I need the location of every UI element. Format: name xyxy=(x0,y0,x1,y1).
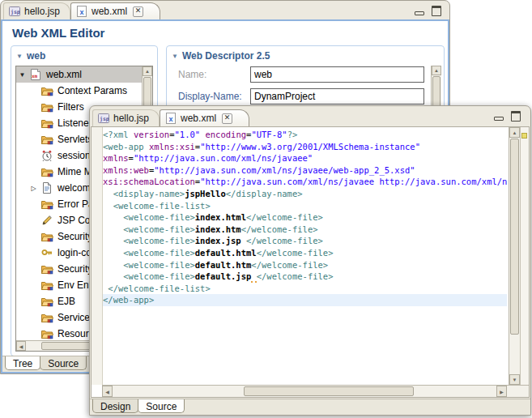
scroll-left-icon[interactable]: ◀ xyxy=(102,386,113,397)
name-label: Name: xyxy=(178,69,206,80)
page-tab-source[interactable]: Source xyxy=(138,399,185,413)
screen: jsp hello.jsp x web.xml ✕ Web XML Editor… xyxy=(0,0,532,418)
folder-icon xyxy=(40,230,53,243)
minimize-icon[interactable] xyxy=(415,11,424,15)
xml-file-icon: x xyxy=(164,112,177,125)
name-field[interactable] xyxy=(250,66,424,83)
editor-tabbar: jsp hello.jsp x web.xml ✕ xyxy=(90,106,530,126)
close-icon[interactable]: ✕ xyxy=(222,113,232,124)
tab-label: web.xml xyxy=(92,6,127,17)
display-name-field[interactable] xyxy=(250,88,424,104)
jsp-file-icon: jsp xyxy=(97,112,110,125)
tab-label: hello.jsp xyxy=(113,113,149,124)
code-line[interactable]: <welcome-file-list> xyxy=(103,200,507,212)
scrollbar-corner xyxy=(507,385,529,397)
page-icon xyxy=(40,181,53,194)
editor-tabbar: jsp hello.jsp x web.xml ✕ xyxy=(1,1,449,19)
svg-text:jsp: jsp xyxy=(11,9,20,15)
code-line[interactable]: xmlns="http://java.sun.com/xml/ns/javaee… xyxy=(103,152,507,164)
tree-item[interactable]: Context Params xyxy=(16,83,142,99)
scrollbar-thumb[interactable] xyxy=(244,386,414,396)
minimize-icon[interactable] xyxy=(494,117,504,121)
tree-item-label: EJB xyxy=(56,296,77,307)
xml-file-icon: x xyxy=(75,5,88,18)
page-tab-design[interactable]: Design xyxy=(92,399,138,413)
scroll-up-icon[interactable]: ▲ xyxy=(509,127,520,138)
xml-doc-icon: xm xyxy=(29,68,42,81)
jsp-file-icon: jsp xyxy=(8,5,21,18)
code-line[interactable]: <display-name>jspHello</display-name> xyxy=(103,188,507,200)
web-section-header: ▼ web xyxy=(11,46,157,64)
folder-icon xyxy=(40,165,53,178)
tree-item-label: web.xml xyxy=(45,69,83,80)
folder-icon xyxy=(40,84,53,97)
view-controls xyxy=(494,111,521,122)
tab-label: web.xml xyxy=(181,113,216,124)
scroll-left-icon[interactable]: ◀ xyxy=(16,341,26,351)
scrollbar-thumb[interactable] xyxy=(510,139,519,335)
code-line[interactable]: <welcome-file>index.htm</welcome-file> xyxy=(103,224,507,236)
svg-text:xm: xm xyxy=(32,73,38,79)
maximize-icon[interactable] xyxy=(432,6,441,16)
tree-item-label: Filters xyxy=(56,101,86,113)
scroll-up-icon[interactable]: ▲ xyxy=(432,66,441,75)
svg-text:x: x xyxy=(80,8,84,16)
svg-text:jsp: jsp xyxy=(100,116,109,122)
section-title: web xyxy=(27,50,45,62)
xml-source-code[interactable]: <?xml version="1.0" encoding="UTF-8"?><w… xyxy=(103,127,507,385)
folder-icon xyxy=(40,262,53,275)
view-controls xyxy=(415,6,441,16)
descriptor-section-header: ▼ Web Descriptor 2.5 xyxy=(167,46,444,64)
chevron-down-icon[interactable]: ▼ xyxy=(172,53,178,60)
code-line[interactable]: <welcome-file>default.htm</welcome-file> xyxy=(103,259,507,271)
key-icon xyxy=(40,246,53,259)
code-line-current[interactable]: </web-app> xyxy=(103,294,507,306)
scroll-up-icon[interactable]: ▲ xyxy=(143,66,152,76)
expand-arrow-icon[interactable]: ▷ xyxy=(29,185,38,192)
code-line[interactable]: xmlns:web="http://java.sun.com/xml/ns/ja… xyxy=(103,164,507,177)
warning-marker-icon[interactable] xyxy=(521,133,527,139)
scroll-down-icon[interactable]: ▼ xyxy=(509,374,520,385)
page-tab-strip: Design Source xyxy=(90,399,530,415)
section-title: Web Descriptor 2.5 xyxy=(182,50,270,62)
folder-icon xyxy=(40,279,53,292)
page-tab-source[interactable]: Source xyxy=(40,356,87,370)
folder-icon xyxy=(40,327,53,340)
source-editor-area: <?xml version="1.0" encoding="UTF-8"?><w… xyxy=(91,126,530,398)
code-line[interactable]: </welcome-file-list> xyxy=(103,283,507,295)
folder-icon xyxy=(40,117,53,130)
maximize-icon[interactable] xyxy=(511,111,521,122)
code-line[interactable]: xsi:schemaLocation="http://java.sun.com/… xyxy=(103,176,507,188)
chevron-down-icon[interactable]: ▼ xyxy=(16,53,23,60)
web-xml-editor-window-source-view: jsp hello.jsp x web.xml ✕ <?xml version=… xyxy=(89,105,531,416)
tree-item-label: Context Params xyxy=(56,85,129,96)
code-line[interactable]: <?xml version="1.0" encoding="UTF-8"?> xyxy=(103,129,507,141)
code-line[interactable]: <web-app xmlns:xsi="http://www.w3.org/20… xyxy=(103,141,507,153)
folder-icon xyxy=(40,198,53,211)
editor-vertical-scrollbar[interactable]: ▲ ▼ xyxy=(509,127,521,385)
close-icon[interactable]: ✕ xyxy=(133,6,143,17)
tab-hello-jsp[interactable]: jsp hello.jsp xyxy=(3,2,70,19)
scroll-right-icon[interactable]: ▶ xyxy=(496,386,507,397)
annotation-ruler[interactable] xyxy=(92,127,103,385)
code-line[interactable]: <welcome-file>default.html</welcome-file… xyxy=(103,247,507,259)
code-line[interactable]: <welcome-file>index.html</welcome-file> xyxy=(103,211,507,224)
tab-web-xml[interactable]: x web.xml ✕ xyxy=(160,109,249,126)
display-name-label: Display-Name: xyxy=(178,91,242,102)
code-line[interactable]: <welcome-file>default.jsp </welcome-file… xyxy=(103,271,507,283)
tree-item-web-xml-root[interactable]: ▼ xm web.xml xyxy=(16,66,142,83)
overview-ruler[interactable] xyxy=(521,127,529,385)
folder-icon xyxy=(40,295,53,308)
folder-icon xyxy=(40,133,53,146)
page-tab-tree[interactable]: Tree xyxy=(5,356,40,370)
expand-arrow-icon[interactable]: ▼ xyxy=(18,71,27,79)
pencil-icon xyxy=(40,214,53,227)
code-line[interactable]: <welcome-file>index.jsp </welcome-file> xyxy=(103,235,507,247)
tab-hello-jsp[interactable]: jsp hello.jsp xyxy=(92,109,160,126)
tab-label: hello.jsp xyxy=(24,6,60,17)
folder-icon xyxy=(40,100,53,113)
page-title: Web XML Editor xyxy=(12,26,104,40)
editor-horizontal-scrollbar[interactable]: ◀ ▶ xyxy=(102,385,507,397)
tab-web-xml[interactable]: x web.xml ✕ xyxy=(70,2,160,19)
svg-text:x: x xyxy=(169,115,173,123)
